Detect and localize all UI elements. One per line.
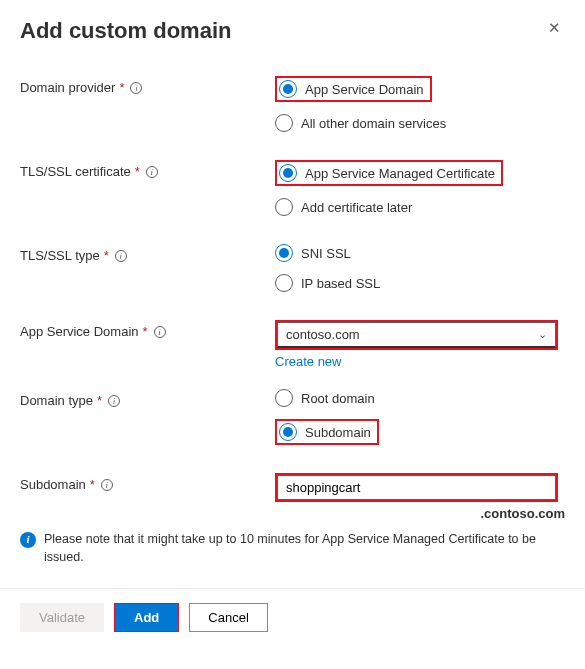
radio-sni-ssl[interactable]: SNI SSL — [275, 244, 565, 262]
domain-type-label: Domain type * i — [20, 389, 275, 408]
add-button[interactable]: Add — [115, 604, 178, 631]
validate-button: Validate — [20, 603, 104, 632]
panel-header: Add custom domain ✕ — [20, 18, 565, 44]
radio-root-domain[interactable]: Root domain — [275, 389, 565, 407]
radio-ip-ssl[interactable]: IP based SSL — [275, 274, 565, 292]
tls-type-label: TLS/SSL type * i — [20, 244, 275, 263]
info-note: i Please note that it might take up to 1… — [20, 531, 565, 566]
radio-selected-icon — [275, 244, 293, 262]
subdomain-input[interactable] — [277, 475, 556, 500]
info-icon[interactable]: i — [115, 250, 127, 262]
radio-unselected-icon — [275, 198, 293, 216]
radio-label: IP based SSL — [301, 276, 380, 291]
domain-provider-label: Domain provider * i — [20, 76, 275, 95]
info-icon: i — [20, 532, 36, 548]
radio-unselected-icon — [275, 274, 293, 292]
app-service-domain-label: App Service Domain * i — [20, 320, 275, 339]
select-value: contoso.com — [286, 327, 360, 342]
subdomain-suffix: .contoso.com — [275, 506, 565, 521]
info-icon[interactable]: i — [108, 395, 120, 407]
radio-label: App Service Domain — [305, 82, 424, 97]
required-asterisk: * — [143, 324, 148, 339]
note-text: Please note that it might take up to 10 … — [44, 531, 565, 566]
info-icon[interactable]: i — [130, 82, 142, 94]
radio-other-domain-services[interactable]: All other domain services — [275, 114, 565, 132]
required-asterisk: * — [97, 393, 102, 408]
radio-label: Root domain — [301, 391, 375, 406]
radio-unselected-icon — [275, 114, 293, 132]
required-asterisk: * — [104, 248, 109, 263]
required-asterisk: * — [90, 477, 95, 492]
create-new-link[interactable]: Create new — [275, 354, 341, 369]
tls-cert-label: TLS/SSL certificate * i — [20, 160, 275, 179]
info-icon[interactable]: i — [101, 479, 113, 491]
chevron-down-icon: ⌄ — [538, 328, 547, 341]
panel-title: Add custom domain — [20, 18, 231, 44]
cancel-button[interactable]: Cancel — [189, 603, 267, 632]
radio-unselected-icon — [275, 389, 293, 407]
radio-selected-icon — [279, 423, 297, 441]
footer: Validate Add Cancel — [0, 589, 585, 646]
subdomain-label: Subdomain * i — [20, 473, 275, 492]
radio-subdomain[interactable]: Subdomain — [279, 423, 371, 441]
info-icon[interactable]: i — [146, 166, 158, 178]
radio-label: SNI SSL — [301, 246, 351, 261]
radio-label: App Service Managed Certificate — [305, 166, 495, 181]
radio-managed-cert[interactable]: App Service Managed Certificate — [279, 164, 495, 182]
app-service-domain-select[interactable]: contoso.com ⌄ — [277, 322, 556, 348]
info-icon[interactable]: i — [154, 326, 166, 338]
radio-selected-icon — [279, 80, 297, 98]
required-asterisk: * — [119, 80, 124, 95]
radio-app-service-domain[interactable]: App Service Domain — [279, 80, 424, 98]
radio-label: Add certificate later — [301, 200, 412, 215]
close-button[interactable]: ✕ — [544, 18, 565, 37]
radio-label: Subdomain — [305, 425, 371, 440]
required-asterisk: * — [135, 164, 140, 179]
radio-selected-icon — [279, 164, 297, 182]
radio-add-cert-later[interactable]: Add certificate later — [275, 198, 565, 216]
radio-label: All other domain services — [301, 116, 446, 131]
